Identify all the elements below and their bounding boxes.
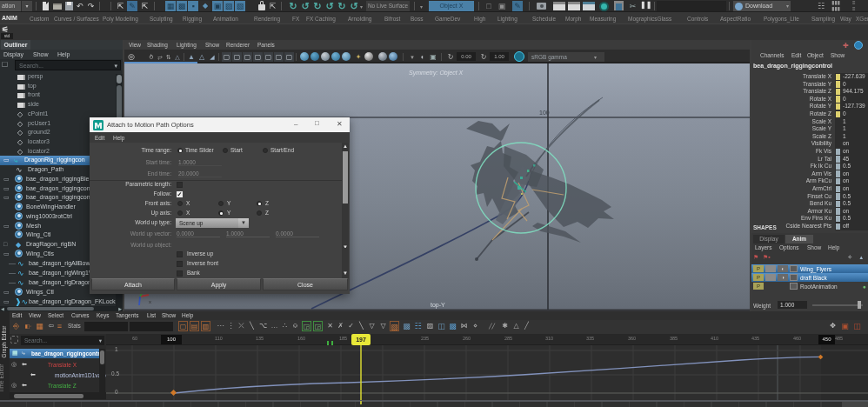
svg-text:x: x <box>149 299 151 304</box>
svg-text:Symmetry: Object X: Symmetry: Object X <box>409 70 464 77</box>
svg-text:top-Y: top-Y <box>431 302 445 309</box>
svg-text:100: 100 <box>539 110 550 116</box>
